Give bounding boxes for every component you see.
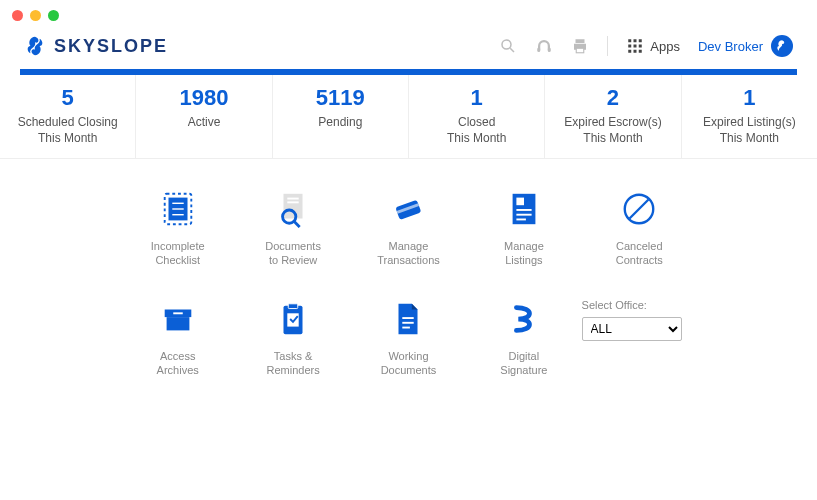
stat-value: 5119 (279, 85, 402, 111)
documents-icon (388, 299, 428, 339)
tile-label: Documentsto Review (265, 239, 321, 268)
stat-value: 2 (551, 85, 674, 111)
tile-incomplete-checklist[interactable]: IncompleteChecklist (128, 189, 228, 268)
user-menu[interactable]: Dev Broker (698, 35, 793, 57)
tile-label: WorkingDocuments (381, 349, 437, 378)
stat-closed[interactable]: 1 ClosedThis Month (409, 75, 545, 158)
svg-line-34 (630, 200, 649, 219)
svg-rect-13 (629, 50, 632, 53)
svg-rect-8 (634, 39, 637, 42)
tile-label: IncompleteChecklist (151, 239, 205, 268)
stat-pending[interactable]: 5119 Pending (273, 75, 409, 158)
review-icon (273, 189, 313, 229)
svg-rect-14 (634, 50, 637, 53)
stat-value: 1 (415, 85, 538, 111)
svg-line-25 (294, 222, 300, 228)
tasks-icon (273, 299, 313, 339)
stat-value: 5 (6, 85, 129, 111)
tile-label: Tasks &Reminders (267, 349, 320, 378)
svg-point-0 (502, 40, 511, 49)
tile-manage-transactions[interactable]: ManageTransactions (358, 189, 458, 268)
svg-rect-40 (287, 313, 298, 326)
tile-label: CanceledContracts (616, 239, 663, 268)
svg-rect-4 (576, 39, 585, 43)
stat-label: Pending (279, 115, 402, 131)
user-name: Dev Broker (698, 39, 763, 54)
tile-label: AccessArchives (157, 349, 199, 378)
svg-rect-42 (403, 322, 414, 324)
listings-icon (504, 189, 544, 229)
svg-rect-29 (516, 198, 524, 206)
stat-value: 1 (688, 85, 811, 111)
tile-label: DigitalSignature (500, 349, 547, 378)
brand[interactable]: SKYSLOPE (24, 35, 168, 57)
tile-working-documents[interactable]: WorkingDocuments (358, 299, 458, 378)
search-icon[interactable] (499, 37, 517, 55)
header-actions: Apps Dev Broker (499, 35, 793, 57)
svg-rect-23 (287, 202, 298, 204)
stat-label: Expired Listing(s)This Month (688, 115, 811, 146)
stat-label: Scheduled ClosingThis Month (6, 115, 129, 146)
window-close-dot[interactable] (12, 10, 23, 21)
stat-scheduled-closing[interactable]: 5 Scheduled ClosingThis Month (0, 75, 136, 158)
svg-line-1 (511, 48, 515, 52)
svg-rect-12 (639, 45, 642, 48)
stat-value: 1980 (142, 85, 265, 111)
stat-label: Expired Escrow(s)This Month (551, 115, 674, 146)
svg-rect-30 (516, 209, 531, 211)
brand-logo-icon (24, 35, 46, 57)
office-label: Select Office: (582, 299, 697, 311)
tile-label: ManageTransactions (377, 239, 440, 268)
stat-active[interactable]: 1980 Active (136, 75, 272, 158)
svg-rect-6 (577, 48, 585, 53)
window-minimize-dot[interactable] (30, 10, 41, 21)
tile-manage-listings[interactable]: ManageListings (474, 189, 574, 268)
svg-rect-36 (166, 317, 189, 330)
stat-label: Active (142, 115, 265, 131)
svg-rect-2 (538, 48, 541, 53)
tile-label: ManageListings (504, 239, 544, 268)
window-maximize-dot[interactable] (48, 10, 59, 21)
transactions-icon (388, 189, 428, 229)
office-select[interactable]: ALL (582, 317, 682, 341)
support-icon[interactable] (535, 37, 553, 55)
svg-rect-9 (639, 39, 642, 42)
office-selector-block: Select Office: ALL (582, 299, 697, 341)
tile-tasks-reminders[interactable]: Tasks &Reminders (243, 299, 343, 378)
tiles-grid: IncompleteChecklist Documentsto Review M… (0, 159, 817, 409)
tile-digital-signature[interactable]: DigitalSignature (474, 299, 574, 378)
stat-expired-listing[interactable]: 1 Expired Listing(s)This Month (682, 75, 817, 158)
apps-grid-icon (626, 37, 644, 55)
svg-rect-22 (287, 198, 298, 200)
svg-rect-31 (516, 214, 531, 216)
svg-rect-3 (548, 48, 551, 53)
apps-menu[interactable]: Apps (626, 37, 680, 55)
svg-rect-10 (629, 45, 632, 48)
stat-label: ClosedThis Month (415, 115, 538, 146)
user-avatar-icon (771, 35, 793, 57)
stat-expired-escrow[interactable]: 2 Expired Escrow(s)This Month (545, 75, 681, 158)
tile-documents-to-review[interactable]: Documentsto Review (243, 189, 343, 268)
svg-rect-37 (173, 313, 183, 315)
signature-icon (504, 299, 544, 339)
svg-rect-11 (634, 45, 637, 48)
svg-rect-7 (629, 39, 632, 42)
header-divider (607, 36, 608, 56)
stats-row: 5 Scheduled ClosingThis Month 1980 Activ… (0, 75, 817, 159)
canceled-icon (619, 189, 659, 229)
svg-rect-21 (284, 194, 303, 219)
apps-label: Apps (650, 39, 680, 54)
print-icon[interactable] (571, 37, 589, 55)
archives-icon (158, 299, 198, 339)
svg-rect-32 (516, 219, 526, 221)
svg-rect-41 (403, 317, 414, 319)
svg-rect-43 (403, 327, 411, 329)
window-controls (0, 0, 817, 31)
header: SKYSLOPE Apps Dev Broker (0, 31, 817, 69)
tile-canceled-contracts[interactable]: CanceledContracts (589, 189, 689, 268)
tile-access-archives[interactable]: AccessArchives (128, 299, 228, 378)
svg-rect-15 (639, 50, 642, 53)
brand-name: SKYSLOPE (54, 36, 168, 57)
checklist-icon (158, 189, 198, 229)
svg-rect-39 (288, 304, 298, 309)
